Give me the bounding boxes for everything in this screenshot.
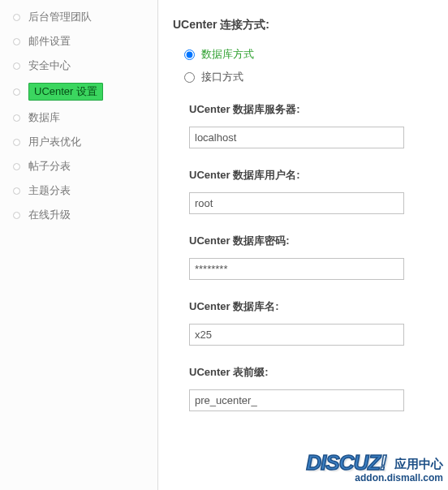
db-server-input[interactable] [189,127,404,148]
circle-icon [13,212,20,219]
sidebar-item-label: 帖子分表 [28,159,71,174]
radio-db-mode[interactable]: 数据库方式 [184,47,438,62]
db-user-input[interactable] [189,192,404,214]
sidebar-item-label: 后台管理团队 [28,10,92,24]
sidebar-item-label: 数据库 [28,110,60,125]
circle-icon [13,114,20,122]
radio-api-mode-input[interactable] [184,72,195,83]
sidebar-item-post-split[interactable]: 帖子分表 [0,154,157,178]
sidebar-item-user-table-optimize[interactable]: 用户表优化 [0,130,157,154]
circle-icon [13,187,20,195]
field-db-name: UCenter 数据库名: [189,299,438,346]
sidebar-item-backend-team[interactable]: 后台管理团队 [0,5,157,29]
field-label: UCenter 数据库名: [189,299,438,314]
radio-db-mode-input[interactable] [184,49,195,60]
field-label: UCenter 数据库密码: [189,234,438,248]
field-label: UCenter 表前缀: [189,365,438,380]
sidebar-item-label: 安全中心 [28,58,71,73]
sidebar: 后台管理团队 邮件设置 安全中心 UCenter 设置 数据库 用户表优化 帖子… [0,0,158,490]
circle-icon [13,163,20,170]
sidebar-item-thread-split[interactable]: 主题分表 [0,178,157,203]
sidebar-item-mail-settings[interactable]: 邮件设置 [0,29,157,54]
circle-icon [13,139,20,146]
radio-label: 数据库方式 [201,47,254,62]
db-password-input[interactable] [189,258,404,280]
circle-icon [13,14,20,21]
sidebar-item-label: UCenter 设置 [28,83,103,101]
circle-icon [13,38,20,45]
radio-label: 接口方式 [201,70,243,84]
section-title: UCenter 连接方式: [173,18,438,32]
db-name-input[interactable] [189,324,404,346]
field-db-user: UCenter 数据库用户名: [189,168,438,214]
sidebar-item-label: 用户表优化 [28,135,81,149]
radio-api-mode[interactable]: 接口方式 [184,70,438,84]
sidebar-item-label: 邮件设置 [28,34,71,49]
main-panel: UCenter 连接方式: 数据库方式 接口方式 UCenter 数据库服务器:… [158,0,448,490]
field-db-server: UCenter 数据库服务器: [189,102,438,148]
circle-icon [13,62,20,70]
circle-icon [13,88,20,96]
sidebar-item-security[interactable]: 安全中心 [0,54,157,78]
sidebar-item-ucenter-settings[interactable]: UCenter 设置 [0,78,157,105]
sidebar-item-online-upgrade[interactable]: 在线升级 [0,203,157,227]
field-db-password: UCenter 数据库密码: [189,234,438,280]
sidebar-item-label: 主题分表 [28,183,71,198]
field-label: UCenter 数据库服务器: [189,102,438,117]
field-table-prefix: UCenter 表前缀: [189,365,438,411]
sidebar-item-database[interactable]: 数据库 [0,105,157,130]
sidebar-item-label: 在线升级 [28,208,71,222]
connection-mode-radios: 数据库方式 接口方式 [173,47,438,84]
table-prefix-input[interactable] [189,389,404,411]
field-label: UCenter 数据库用户名: [189,168,438,183]
